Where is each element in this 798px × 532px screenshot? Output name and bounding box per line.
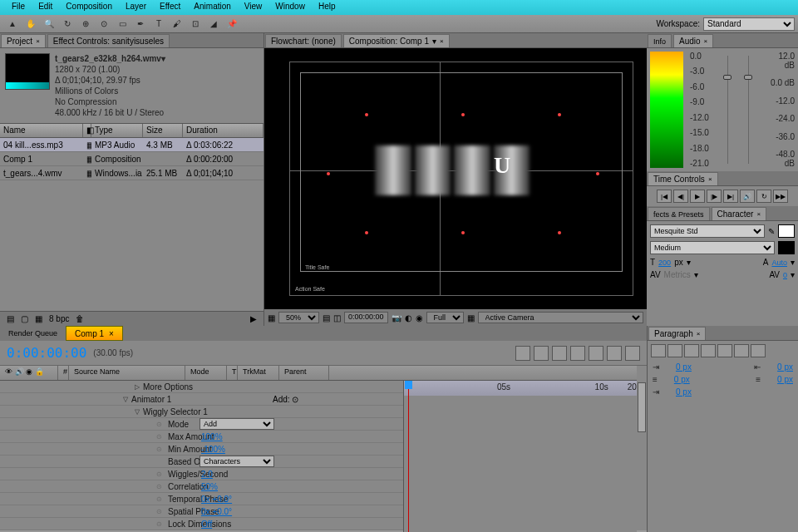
current-time-indicator[interactable] xyxy=(408,381,409,532)
prev-frame-button[interactable]: ◀| xyxy=(673,190,688,203)
menu-file[interactable]: File xyxy=(5,0,32,15)
grid-icon[interactable]: ▤ xyxy=(323,313,330,323)
audio-button[interactable]: 🔊 xyxy=(740,190,755,203)
motion-blur-icon[interactable] xyxy=(570,346,585,361)
property-value[interactable]: Off xyxy=(201,520,212,529)
stopwatch-icon[interactable]: ⊙ xyxy=(156,508,166,515)
menu-animation[interactable]: Animation xyxy=(187,0,237,15)
list-item[interactable]: 04 kill...ess.mp3▦ MP3 Audio4.3 MB Δ 0:0… xyxy=(0,138,264,152)
align-center-icon[interactable] xyxy=(667,344,682,357)
camera-tool[interactable]: ⊕ xyxy=(77,17,94,32)
puppet-tool[interactable]: 📌 xyxy=(224,17,240,32)
shy-icon[interactable] xyxy=(515,346,530,361)
bpc-toggle[interactable]: 8 bpc xyxy=(49,314,69,323)
pen-tool[interactable]: ✒ xyxy=(132,17,149,32)
stopwatch-icon[interactable]: ⊙ xyxy=(156,495,166,503)
align-left-icon[interactable] xyxy=(651,344,666,357)
stopwatch-icon[interactable]: ⊙ xyxy=(156,520,166,528)
channel-icon[interactable]: ◐ xyxy=(405,313,412,323)
workspace-select[interactable]: Standard xyxy=(703,17,795,31)
anchor-tool[interactable]: ⊙ xyxy=(96,17,112,32)
zoom-select[interactable]: 50% xyxy=(278,312,319,323)
alpha-icon[interactable]: ▦ xyxy=(268,313,275,323)
graph-editor-icon[interactable] xyxy=(625,346,640,361)
stopwatch-icon[interactable]: ⊙ xyxy=(156,421,166,428)
font-style-select[interactable]: Medium xyxy=(650,241,775,254)
eyedropper-icon[interactable]: ✎ xyxy=(768,227,775,236)
tab-effect-controls[interactable]: Effect Controls: sanityisuseles xyxy=(47,34,170,47)
close-icon[interactable]: × xyxy=(440,37,444,45)
tab-info[interactable]: Info xyxy=(648,34,672,47)
property-value[interactable]: 0x +0.0° xyxy=(201,507,232,516)
zoom-tool[interactable]: 🔍 xyxy=(41,17,57,32)
tab-render-queue[interactable]: Render Queue xyxy=(0,326,66,341)
col-duration[interactable]: Duration xyxy=(183,124,264,137)
align-right-icon[interactable] xyxy=(684,344,699,357)
autobezier-icon[interactable] xyxy=(607,346,622,361)
region-icon[interactable]: ◉ xyxy=(416,313,423,323)
eraser-tool[interactable]: ◢ xyxy=(205,17,222,32)
twirl-icon[interactable]: ▽ xyxy=(133,408,141,416)
property-value[interactable]: 100% xyxy=(201,432,223,441)
play-icon[interactable]: ▶ xyxy=(250,314,257,323)
property-value[interactable]: 0x +0.0° xyxy=(201,495,232,504)
audio-slider-left[interactable] xyxy=(723,75,732,80)
property-value[interactable]: 50% xyxy=(201,482,218,491)
leading-value[interactable]: Auto xyxy=(771,259,787,267)
tab-flowchart[interactable]: Flowchart: (none) xyxy=(265,34,342,47)
tracking-value[interactable]: 0 xyxy=(783,271,787,279)
indent-right[interactable]: 0 px xyxy=(777,362,793,372)
close-icon[interactable]: × xyxy=(36,37,40,45)
timeline-track[interactable]: 05s 10s 20s xyxy=(403,381,637,532)
fill-color[interactable] xyxy=(778,224,795,238)
close-icon[interactable]: × xyxy=(697,330,701,337)
loop-button[interactable]: ↻ xyxy=(756,190,771,203)
col-type[interactable]: Type xyxy=(91,124,143,137)
justify-center-icon[interactable] xyxy=(717,344,732,357)
draft3d-icon[interactable] xyxy=(534,346,549,361)
resolution-select[interactable]: Full xyxy=(426,312,464,323)
font-size-value[interactable]: 200 xyxy=(658,259,671,267)
property-value[interactable]: 2.0 xyxy=(201,470,213,479)
timecode-display[interactable]: 0:00:00:00 xyxy=(344,312,388,323)
vertical-scrollbar[interactable] xyxy=(637,366,647,530)
space-before[interactable]: 0 px xyxy=(674,375,690,384)
stopwatch-icon[interactable]: ⊙ xyxy=(156,470,166,478)
menu-view[interactable]: View xyxy=(238,0,269,15)
snapshot-icon[interactable]: 📷 xyxy=(392,313,401,323)
font-family-select[interactable]: Mesquite Std xyxy=(650,224,765,238)
first-frame-button[interactable]: |◀ xyxy=(657,190,672,203)
kerning-value[interactable]: Metrics xyxy=(664,270,691,279)
tab-project[interactable]: Project× xyxy=(1,34,46,47)
tab-time-controls[interactable]: Time Controls× xyxy=(648,172,718,185)
tab-effects-presets[interactable]: fects & Presets xyxy=(648,207,710,220)
menu-edit[interactable]: Edit xyxy=(32,0,59,15)
tab-paragraph[interactable]: Paragraph× xyxy=(648,327,706,340)
hand-tool[interactable]: ✋ xyxy=(22,17,39,32)
indent-left[interactable]: 0 px xyxy=(676,362,692,372)
col-label-icon[interactable]: ◧ xyxy=(83,124,91,137)
list-item[interactable]: t_gears...4.wmv▦ Windows...ia25.1 MB Δ 0… xyxy=(0,166,264,180)
close-icon[interactable]: × xyxy=(756,210,761,218)
current-time[interactable]: 0:00:00:00 xyxy=(7,345,86,361)
menu-window[interactable]: Window xyxy=(268,0,312,15)
camera-select[interactable]: Active Camera xyxy=(478,312,643,323)
trash-icon[interactable]: 🗑 xyxy=(76,314,84,323)
rect-tool[interactable]: ▭ xyxy=(114,17,131,32)
time-ruler[interactable]: 05s 10s 20s xyxy=(404,381,637,396)
transparency-icon[interactable]: ▦ xyxy=(467,313,475,323)
menu-help[interactable]: Help xyxy=(312,0,342,15)
property-value[interactable]: -100% xyxy=(201,445,225,454)
justify-left-icon[interactable] xyxy=(701,344,716,357)
mask-icon[interactable]: ◫ xyxy=(333,313,341,323)
stopwatch-icon[interactable]: ⊙ xyxy=(156,483,166,490)
tab-character[interactable]: Character× xyxy=(712,207,767,220)
selection-tool[interactable]: ▲ xyxy=(4,17,21,32)
twirl-icon[interactable]: ▽ xyxy=(121,396,130,403)
rotate-tool[interactable]: ↻ xyxy=(59,17,76,32)
brainstorm-icon[interactable] xyxy=(589,346,603,361)
menu-composition[interactable]: Composition xyxy=(59,0,119,15)
comp-icon[interactable]: ▦ xyxy=(35,314,42,323)
justify-all-icon[interactable] xyxy=(751,344,766,357)
property-dropdown[interactable]: Characters xyxy=(200,456,274,467)
